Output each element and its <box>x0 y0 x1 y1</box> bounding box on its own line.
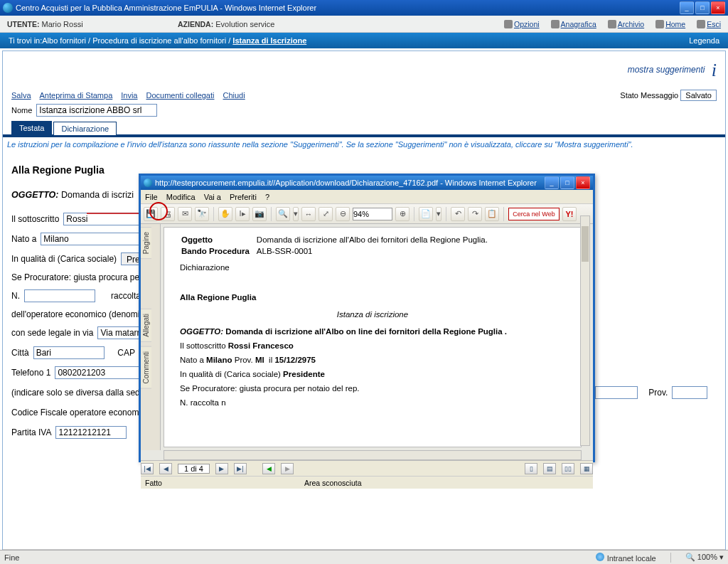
layout-dropdown-icon[interactable]: ▾ <box>436 207 441 221</box>
back-button[interactable]: ◀ <box>262 463 275 474</box>
diversa-prov-label: Prov. <box>648 388 668 398</box>
ie-window-title: Centro Acquisti per la Pubblica Amminist… <box>16 4 316 12</box>
print-icon[interactable]: 🖨 <box>161 207 175 221</box>
documenti-link[interactable]: Documenti collegati <box>146 91 215 100</box>
rotate-left-icon[interactable]: ↶ <box>451 207 465 221</box>
link-anagrafica[interactable]: Anagrafica <box>551 20 596 28</box>
maximize-button[interactable]: □ <box>695 1 710 14</box>
pdf-toolbar: 💾 🖨 ✉ 🔭 ✋ I▸ 📷 🔍 ▾ ↔ ⤢ ⊖ ⊕ 📄 ▾ ↶ ↷ 📋 Y! <box>141 204 593 224</box>
continuous-icon[interactable]: ▤ <box>543 463 556 474</box>
continuous-facing-icon[interactable]: ▦ <box>580 463 593 474</box>
pdf-pager: |◀ ◀ 1 di 4 ▶ ▶| ◀ ▶ ▯ ▤ ▯▯ ▦ <box>141 460 593 476</box>
nato-input[interactable] <box>41 233 154 245</box>
status-text: Fine <box>4 553 19 562</box>
last-page-button[interactable]: ▶| <box>234 463 247 474</box>
ie-icon <box>144 179 152 187</box>
menu-vaia[interactable]: Vai a <box>204 193 221 201</box>
invia-link[interactable]: Invia <box>121 91 137 100</box>
cf-label: Codice Fiscale operatore economico <box>11 408 150 417</box>
tel-label: Telefono 1 <box>11 368 50 378</box>
text-select-icon[interactable]: I▸ <box>235 207 250 221</box>
sidetab-allegati[interactable]: Allegati <box>141 309 151 342</box>
fit-page-icon[interactable]: ⤢ <box>318 207 333 221</box>
zoom-plus-icon[interactable]: ⊕ <box>395 207 410 221</box>
zoom-dropdown-icon[interactable]: ▾ <box>293 207 299 221</box>
sede-label: con sede legale in via <box>11 328 93 338</box>
chiudi-link[interactable]: Chiudi <box>223 91 245 100</box>
ie-titlebar: Centro Acquisti per la Pubblica Amminist… <box>0 0 728 16</box>
sidetab-commenti[interactable]: Commenti <box>141 346 151 389</box>
stato-label: Stato Messaggio <box>620 91 678 100</box>
info-icon[interactable]: i <box>712 60 717 80</box>
menu-preferiti[interactable]: Preferiti <box>230 193 257 201</box>
menu-help[interactable]: ? <box>265 193 269 201</box>
ie-statusbar: Fine Intranet locale 🔍 100% ▾ <box>0 550 728 564</box>
legend-link[interactable]: Legenda <box>689 36 719 45</box>
zoom-select[interactable] <box>353 208 392 220</box>
forward-button[interactable]: ▶ <box>281 463 294 474</box>
binoculars-icon[interactable]: 🔭 <box>195 207 209 221</box>
piva-input[interactable] <box>55 426 127 439</box>
next-page-button[interactable]: ▶ <box>215 463 228 474</box>
pdf-statusbar: Fatto Area sconosciuta <box>141 476 593 489</box>
breadcrumb-bar: Ti trovi in:Albo fornitori / Procedura d… <box>0 33 728 48</box>
link-opzioni[interactable]: Opzioni <box>504 20 540 28</box>
sidetab-pagine[interactable]: Pagine <box>141 227 151 259</box>
archive-icon <box>608 20 616 28</box>
n-input[interactable] <box>24 289 95 302</box>
prev-page-button[interactable]: ◀ <box>159 463 172 474</box>
diversa-prov-input[interactable] <box>672 386 707 399</box>
fit-width-icon[interactable]: ↔ <box>301 207 316 221</box>
mostra-suggerimenti-link[interactable]: mostra suggerimenti <box>628 65 705 75</box>
save-icon[interactable]: 💾 <box>144 207 158 221</box>
actual-size-icon[interactable]: ⊖ <box>336 207 350 221</box>
exit-icon <box>697 20 705 28</box>
single-page-icon[interactable]: ▯ <box>525 463 537 474</box>
link-esci[interactable]: Esci <box>697 20 721 28</box>
menu-modifica[interactable]: Modifica <box>166 193 196 201</box>
link-home[interactable]: Home <box>655 20 685 28</box>
gear-icon <box>504 20 513 28</box>
pdf-maximize-button[interactable]: □ <box>560 176 574 189</box>
copy-icon[interactable]: 📋 <box>485 207 499 221</box>
tab-dichiarazione[interactable]: Dichiarazione <box>53 122 117 135</box>
yahoo-icon[interactable]: Y! <box>562 207 577 221</box>
link-archivio[interactable]: Archivio <box>608 20 644 28</box>
tab-testata[interactable]: Testata <box>11 121 52 134</box>
hand-icon[interactable]: ✋ <box>218 207 232 221</box>
citta-label: Città <box>11 348 29 358</box>
tel-input[interactable] <box>55 366 147 379</box>
close-button[interactable]: × <box>711 1 725 14</box>
hint-text: Le istruzioni per la compilazione e l'in… <box>3 137 725 151</box>
cap-label: CAP <box>117 348 135 358</box>
zoom-in-icon[interactable]: 🔍 <box>276 207 290 221</box>
salva-link[interactable]: Salva <box>11 91 31 100</box>
pdf-vscroll[interactable] <box>580 216 590 446</box>
minimize-button[interactable]: _ <box>680 1 694 14</box>
mail-icon[interactable]: ✉ <box>178 207 192 221</box>
pdf-sidebar: Pagine Allegati Commenti <box>141 224 161 450</box>
menu-file[interactable]: File <box>145 193 158 201</box>
page-layout-icon[interactable]: 📄 <box>419 207 433 221</box>
pdf-page: OggettoDomanda di iscrizione all'Albo de… <box>164 227 582 447</box>
zoom-control[interactable]: 🔍 100% ▾ <box>685 553 724 562</box>
web-search-box[interactable] <box>508 208 560 220</box>
first-page-button[interactable]: |◀ <box>141 463 154 474</box>
nome-label: Nome <box>11 106 32 115</box>
diversa-cap-input[interactable] <box>595 386 638 399</box>
pdf-minimize-button[interactable]: _ <box>545 176 559 189</box>
facing-icon[interactable]: ▯▯ <box>562 463 574 474</box>
nome-input[interactable] <box>36 104 157 117</box>
pdf-hscroll[interactable] <box>164 450 582 460</box>
pdf-close-button[interactable]: × <box>576 176 590 189</box>
anteprima-link[interactable]: Anteprima di Stampa <box>40 91 113 100</box>
userbar: UTENTE: Mario Rossi AZIENDA: Evolution s… <box>0 16 728 33</box>
rotate-right-icon[interactable]: ↷ <box>468 207 482 221</box>
citta-input[interactable] <box>33 346 105 359</box>
azienda-label: AZIENDA: <box>178 20 213 28</box>
n-label: N. <box>11 291 20 301</box>
page-indicator[interactable]: 1 di 4 <box>178 464 210 474</box>
globe-icon <box>596 553 604 561</box>
snapshot-icon[interactable]: 📷 <box>252 207 267 221</box>
breadcrumb-current[interactable]: Istanza di Iscrizione <box>232 36 306 45</box>
